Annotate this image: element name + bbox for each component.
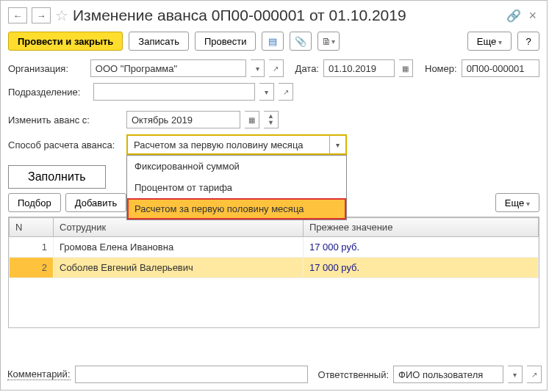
comment-label[interactable]: Комментарий:: [7, 369, 71, 380]
org-open-icon[interactable]: ↗: [269, 59, 283, 77]
change-from-spinner-icon[interactable]: ▲▼: [264, 111, 279, 128]
org-input[interactable]: ООО "Программа": [90, 59, 246, 77]
dept-input[interactable]: [93, 83, 255, 101]
dept-open-icon[interactable]: ↗: [279, 83, 293, 101]
post-button[interactable]: Провести: [195, 32, 256, 51]
attach-icon[interactable]: 📎: [290, 32, 312, 51]
table-row[interactable]: 2 Соболев Евгений Валерьевич 17 000 руб.: [10, 258, 539, 278]
calc-method-label: Способ расчета аванса:: [8, 139, 122, 150]
col-prev[interactable]: Прежнее значение: [304, 218, 539, 237]
calc-method-select[interactable]: Расчетом за первую половину месяца ▾: [126, 134, 347, 155]
window-title: Изменение аванса 0П00-000001 от 01.10.20…: [73, 7, 502, 24]
favorite-star-icon[interactable]: ☆: [55, 7, 68, 24]
responsible-label: Ответственный:: [318, 369, 389, 380]
print-icon[interactable]: 🗎: [317, 32, 340, 51]
dept-label: Подразделение:: [8, 87, 89, 98]
calc-method-dropdown-list: Фиксированной суммой Процентом от тарифа…: [126, 155, 347, 220]
nav-forward-button[interactable]: →: [32, 7, 51, 23]
change-from-calendar-icon[interactable]: ▦: [245, 111, 259, 128]
responsible-open-icon[interactable]: ↗: [527, 366, 542, 383]
comment-input[interactable]: [75, 366, 308, 383]
change-from-label: Изменить аванс с:: [8, 115, 122, 126]
save-button[interactable]: Записать: [129, 32, 189, 51]
calc-option-percent[interactable]: Процентом от тарифа: [127, 177, 346, 198]
add-button[interactable]: Добавить: [65, 193, 126, 212]
org-label: Организация:: [8, 63, 86, 74]
post-and-close-button[interactable]: Провести и закрыть: [8, 32, 123, 51]
num-input[interactable]: 0П00-000001: [462, 59, 539, 77]
date-input[interactable]: 01.10.2019: [323, 59, 395, 77]
col-n[interactable]: N: [10, 218, 54, 237]
table-more-button[interactable]: Еще: [495, 193, 539, 212]
pick-button[interactable]: Подбор: [8, 193, 61, 212]
link-icon[interactable]: 🔗: [506, 9, 521, 23]
fill-button[interactable]: Заполнить: [8, 165, 106, 189]
more-button[interactable]: Еще: [467, 32, 512, 51]
responsible-dropdown-icon[interactable]: ▾: [508, 366, 523, 383]
chevron-down-icon[interactable]: ▾: [329, 136, 345, 153]
employees-table: N Сотрудник Прежнее значение 1 Громова Е…: [9, 217, 539, 278]
num-label: Номер:: [425, 63, 457, 74]
col-emp[interactable]: Сотрудник: [54, 218, 304, 237]
responsible-input[interactable]: ФИО пользователя: [393, 366, 503, 383]
calc-option-fixed[interactable]: Фиксированной суммой: [127, 156, 346, 177]
org-dropdown-icon[interactable]: ▾: [251, 59, 265, 77]
date-label: Дата:: [295, 63, 319, 74]
help-button[interactable]: ?: [517, 32, 539, 51]
close-icon[interactable]: ×: [525, 8, 539, 23]
change-from-input[interactable]: Октябрь 2019: [126, 111, 240, 128]
report-icon[interactable]: ▤: [262, 32, 284, 51]
calc-option-half-month[interactable]: Расчетом за первую половину месяца: [127, 198, 346, 219]
dept-dropdown-icon[interactable]: ▾: [259, 83, 274, 101]
nav-back-button[interactable]: ←: [8, 7, 27, 23]
date-calendar-icon[interactable]: ▦: [399, 59, 413, 77]
table-row[interactable]: 1 Громова Елена Ивановна 17 000 руб.: [10, 237, 539, 258]
